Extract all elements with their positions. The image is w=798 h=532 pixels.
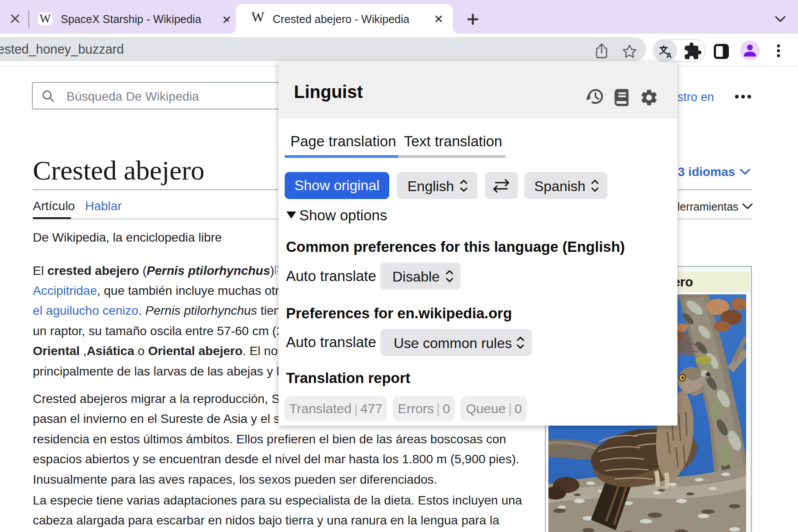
- svg-text:A: A: [666, 51, 672, 60]
